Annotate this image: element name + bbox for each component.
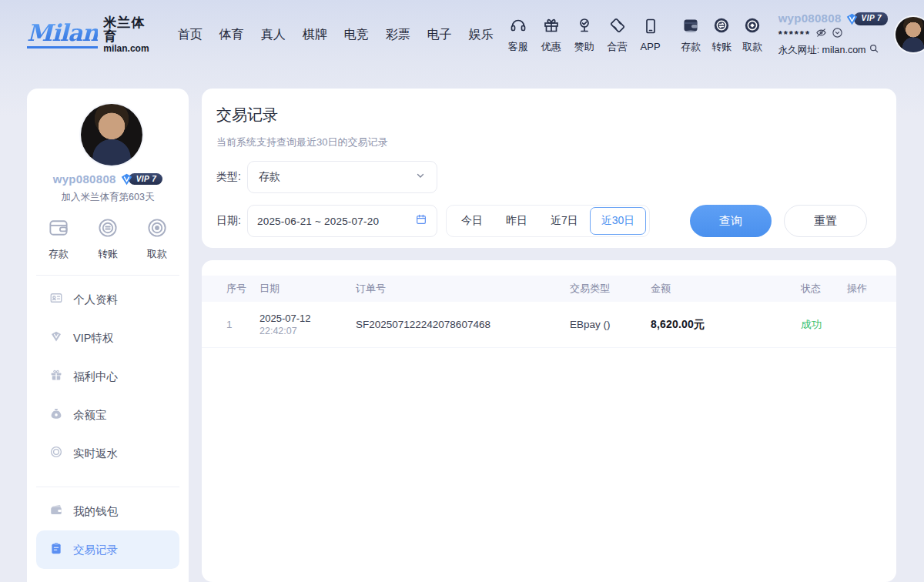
sidebar-deposit-action[interactable]: 存款 [47,216,70,261]
col-action: 操作 [847,282,885,296]
date-range-input[interactable]: 2025-06-21 ~ 2025-07-20 [247,205,437,237]
deposit-label: 存款 [681,40,701,54]
table-row: 1 2025-07-12 22:42:07 SF2025071222420786… [202,302,896,348]
medal-icon [575,16,594,38]
sidebar-item-profile[interactable]: 个人资料 [36,280,179,319]
nav-item-sports[interactable]: 体育 [211,21,253,49]
logo-script-text: Milan [27,22,98,48]
sidebar-item-rebate-label: 实时返水 [73,447,118,461]
app-download-link[interactable]: APP [634,17,667,52]
sidebar-transfer-action[interactable]: 转账 [96,216,119,261]
logo-text-stack: 米兰体育 milan.com [103,16,149,53]
type-label: 类型: [216,170,247,184]
sidebar-username: wyp080808 [53,172,116,186]
site-logo[interactable]: Milan 米兰体育 milan.com [27,16,149,53]
sidebar-item-transaction-records-label: 交易记录 [73,543,118,557]
sidebar-user-row: wyp080808 VIP 7 [27,172,189,186]
sidebar-transfer-label: 转账 [98,247,118,261]
range-yesterday-button[interactable]: 昨日 [494,207,539,235]
nav-item-lottery[interactable]: 彩票 [377,21,419,49]
sponsor-label: 赞助 [574,40,594,54]
page-subtitle: 当前系统支持查询最近30日的交易记录 [202,125,896,149]
col-date: 日期 [259,282,356,296]
search-icon[interactable] [869,43,879,58]
phone-icon [641,17,660,38]
vip-level-label: VIP 7 [854,12,889,25]
eye-off-icon[interactable] [815,27,827,42]
chevron-down-circle-icon[interactable] [832,27,843,42]
withdraw-link[interactable]: 取款 [738,16,768,54]
sidebar-menu: 个人资料 VIP特权 福利中心 余额宝 实时返水 [27,280,189,473]
transfer-link[interactable]: 转账 [707,16,737,54]
filter-buttons: 查询 重置 [690,205,867,237]
type-select[interactable]: 存款 [247,161,437,193]
benefits-icon [49,368,63,385]
vip-shield-icon [845,13,859,25]
sidebar-item-profile-label: 个人资料 [73,293,118,307]
col-amount: 金额 [651,282,801,296]
sidebar-item-benefits[interactable]: 福利中心 [36,357,179,396]
transfer-label: 转账 [711,40,732,54]
sidebar-quick-actions: 存款 转账 取款 [27,204,189,261]
row-status: 成功 [801,318,847,332]
wallet-shortcuts: 存款 转账 取款 [676,16,768,54]
nav-item-home[interactable]: 首页 [169,21,211,49]
reset-button[interactable]: 重置 [784,205,867,237]
partnership-link[interactable]: 合营 [601,16,634,54]
deposit-icon [681,16,700,38]
filter-panel: 交易记录 当前系统支持查询最近30日的交易记录 类型: 存款 日期: 2025-… [202,89,896,248]
range-30days-button[interactable]: 近30日 [590,207,647,235]
sidebar-withdraw-action[interactable]: 取款 [146,216,169,261]
main-nav: 首页 体育 真人 棋牌 电竞 彩票 电子 娱乐 [169,21,502,49]
my-wallet-icon [49,503,63,520]
permanent-url-text: 永久网址: milan.com [778,45,866,57]
id-card-icon [49,291,63,308]
chevron-down-icon [415,170,426,184]
nav-item-cards[interactable]: 棋牌 [294,21,336,49]
transfer-outline-icon [96,216,119,242]
gift-icon [542,16,561,38]
sidebar-item-my-wallet-label: 我的钱包 [73,504,118,519]
records-icon [49,541,63,558]
withdraw-icon [743,16,762,38]
app-label: APP [641,41,661,52]
sidebar-item-yuebao[interactable]: 余额宝 [36,396,179,434]
sidebar-item-rebate[interactable]: 实时返水 [36,434,179,473]
promotions-link[interactable]: 优惠 [535,16,567,54]
row-date-day: 2025-07-12 [259,313,356,324]
sidebar-item-transaction-records[interactable]: 交易记录 [36,530,179,569]
nav-item-slots[interactable]: 电子 [419,21,460,49]
joined-days-text: 加入米兰体育第603天 [27,191,189,204]
nav-item-esports[interactable]: 电竞 [336,21,377,49]
customer-service-link[interactable]: 客服 [502,16,534,54]
sidebar-item-vip[interactable]: VIP特权 [36,319,179,357]
nav-item-live[interactable]: 真人 [253,21,294,49]
row-amount: 8,620.00元 [651,318,801,332]
deposit-link[interactable]: 存款 [676,16,706,54]
sidebar-vip-badge: VIP 7 [120,173,163,186]
sidebar-menu-wallet: 我的钱包 交易记录 [27,492,189,569]
search-button[interactable]: 查询 [690,205,772,237]
sidebar-item-vip-label: VIP特权 [73,331,113,346]
sidebar-item-benefits-label: 福利中心 [73,370,118,384]
partnership-label: 合营 [608,40,628,54]
date-filter-row: 日期: 2025-06-21 ~ 2025-07-20 今日 昨日 近7日 近3… [202,205,896,237]
row-date-time: 22:42:07 [259,326,356,336]
quick-range-group: 今日 昨日 近7日 近30日 [446,205,650,237]
row-order-no: SF202507122242078607468 [356,319,570,330]
nav-item-entertainment[interactable]: 娱乐 [460,21,502,49]
username-text: wyp080808 [778,12,842,26]
range-today-button[interactable]: 今日 [450,207,494,235]
customer-service-label: 客服 [508,40,528,54]
sidebar-item-my-wallet[interactable]: 我的钱包 [36,492,179,530]
col-type: 交易类型 [570,282,651,296]
logo-domain: milan.com [103,44,149,54]
sponsor-link[interactable]: 赞助 [568,16,601,54]
masked-balance: ****** [778,28,811,41]
range-7days-button[interactable]: 近7日 [539,207,590,235]
moneybag-icon [49,406,63,423]
sidebar-avatar[interactable] [81,104,142,166]
wallet-outline-icon [47,216,70,242]
promotions-label: 优惠 [541,40,561,54]
user-avatar[interactable] [896,17,924,52]
